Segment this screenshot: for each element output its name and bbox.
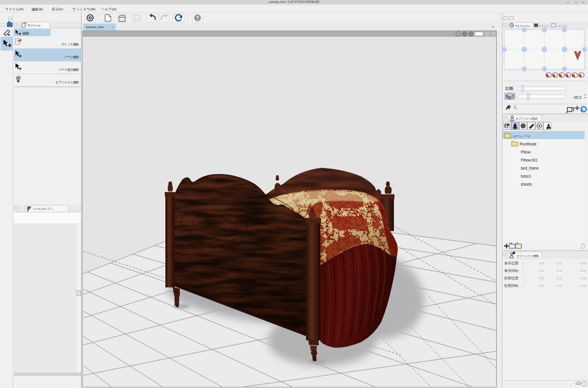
svg-text:(: (: [523, 261, 524, 265]
svg-text:0.0,: 0.0,: [557, 268, 563, 272]
svg-text:0.0,: 0.0,: [539, 283, 546, 287]
svg-text:0.0): 0.0): [580, 276, 586, 280]
svg-text:ツールプロパティ: ツールプロパティ: [33, 207, 54, 210]
svg-text:距離: 距離: [505, 86, 513, 91]
svg-text:futon1: futon1: [521, 174, 531, 178]
svg-text:45.0: 45.0: [574, 95, 582, 99]
svg-text:回転設定: 回転設定: [539, 24, 550, 28]
svg-text:移動: 移動: [22, 32, 29, 36]
svg-text:0.0,: 0.0,: [539, 261, 546, 265]
svg-text:0.0,: 0.0,: [539, 276, 546, 280]
svg-text:0.0): 0.0): [580, 268, 586, 272]
svg-text:サブツール: サブツール: [28, 24, 41, 27]
svg-text:初期位置: 初期位置: [504, 276, 519, 280]
svg-text:bed_frame: bed_frame: [521, 166, 539, 171]
svg-text:(: (: [523, 276, 524, 280]
svg-text:0.0): 0.0): [580, 261, 586, 265]
svg-text:0.0): 0.0): [580, 283, 586, 287]
svg-text:sheets: sheets: [521, 182, 532, 186]
svg-text:オブジェクト構成: オブジェクト構成: [516, 117, 537, 121]
svg-text:表示設定: 表示設定: [558, 24, 568, 28]
svg-text:表示位置: 表示位置: [504, 261, 519, 266]
svg-text:0.0,: 0.0,: [557, 261, 563, 265]
svg-text:RootNode: RootNode: [520, 142, 537, 146]
svg-text:0.0,: 0.0,: [557, 283, 563, 287]
svg-text:0.0,: 0.0,: [539, 268, 546, 272]
svg-text:Pillow: Pillow: [521, 150, 531, 154]
svg-text:?: ?: [196, 15, 199, 21]
svg-text:Pillow.001: Pillow.001: [521, 158, 538, 162]
svg-text:オブジェクト情報: オブジェクト情報: [517, 254, 539, 258]
svg-text:表示回転: 表示回転: [504, 268, 519, 273]
svg-text:初期回転: 初期回転: [504, 283, 519, 288]
svg-text:0.0,: 0.0,: [557, 276, 563, 280]
svg-text:ルートノード: ルートノード: [513, 135, 531, 138]
svg-text:ナビゲーター: ナビゲーター: [515, 24, 530, 28]
svg-text:(: (: [523, 268, 524, 272]
svg-text:(: (: [523, 283, 524, 287]
